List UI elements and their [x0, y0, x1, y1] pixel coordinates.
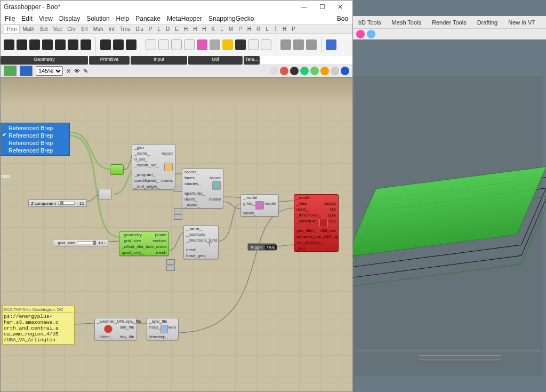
param-icon[interactable] [158, 39, 169, 50]
tab[interactable]: M [226, 25, 236, 33]
menu-help[interactable]: Help [116, 15, 130, 22]
menu-display[interactable]: Display [59, 15, 80, 22]
group-geometry[interactable]: Geometry [1, 56, 88, 65]
param-icon[interactable] [184, 39, 195, 50]
sphere-icon[interactable] [356, 30, 365, 38]
tab[interactable]: P [146, 25, 155, 33]
param-icon[interactable] [100, 39, 111, 50]
param-icon[interactable] [306, 39, 317, 50]
param-icon[interactable] [235, 39, 246, 50]
mode-icon[interactable] [341, 67, 349, 75]
param-icon[interactable] [261, 39, 271, 50]
param-icon[interactable] [81, 39, 91, 50]
save-icon[interactable] [20, 66, 33, 76]
mode-icon[interactable] [280, 67, 288, 75]
tab[interactable]: Set [37, 25, 51, 33]
rhino-tab[interactable]: Drafting [477, 19, 498, 26]
rhino-tab[interactable]: New in V7 [508, 19, 535, 26]
add-input-icon[interactable] [166, 266, 175, 271]
rhino-tab[interactable]: bD Tools [358, 19, 381, 26]
hb-sensorgrid-node[interactable]: _name_ _positions _directions_grid mesh_… [183, 225, 219, 259]
group-input[interactable]: Input [131, 56, 187, 65]
param-icon[interactable] [146, 39, 156, 50]
tab[interactable]: H [199, 25, 208, 33]
param-icon[interactable] [113, 39, 124, 50]
tab[interactable]: H [280, 25, 289, 33]
close-button[interactable]: ✕ [331, 2, 349, 12]
boolean-toggle[interactable]: Toggle True [247, 243, 276, 251]
tab[interactable]: Dis [133, 25, 146, 33]
swatch-icon[interactable] [197, 39, 207, 50]
mode-icon[interactable] [310, 67, 319, 75]
z-slider[interactable]: Z component ◦ 11 [28, 199, 87, 207]
tab[interactable]: Crv [65, 25, 78, 33]
param-icon[interactable] [248, 39, 259, 50]
preview-icon[interactable]: 👁 [74, 68, 80, 74]
tab[interactable]: Srf [78, 25, 91, 33]
tab[interactable]: T [271, 25, 280, 33]
param-icon[interactable] [29, 39, 40, 50]
group-util[interactable]: Util [188, 56, 243, 65]
tab[interactable]: Int [106, 25, 117, 33]
param-icon[interactable] [171, 39, 182, 50]
menu-file[interactable]: File [5, 15, 15, 22]
menu-solution[interactable]: Solution [86, 15, 109, 22]
tab[interactable]: H [181, 25, 190, 33]
menu-pancake[interactable]: Pancake [135, 15, 160, 22]
lb-wea-node[interactable]: _epw_file hoys_wea timestep_ [147, 318, 179, 340]
rhino-viewport[interactable] [355, 76, 543, 349]
minimize-button[interactable]: — [295, 2, 313, 12]
group-primitive[interactable]: Primitive [89, 56, 130, 65]
add-input-icon[interactable] [166, 259, 175, 265]
param-icon[interactable] [293, 39, 304, 50]
param-icon[interactable] [55, 39, 66, 50]
mode-icon[interactable] [300, 67, 309, 75]
param-icon[interactable] [17, 39, 27, 50]
tab[interactable]: L [218, 25, 226, 33]
param-icon[interactable] [42, 39, 53, 50]
hb-room-node[interactable]: _geo _name_report d_set_ _constr_set_ _p… [132, 144, 175, 190]
tab[interactable]: P [289, 25, 298, 33]
tab[interactable]: Trns [117, 25, 133, 33]
tab-params[interactable]: Prm [4, 25, 20, 33]
brep-param[interactable] [110, 164, 124, 175]
hb-annual-daylight-node[interactable]: _model _wearesults north_DA _thresholds_… [294, 194, 339, 252]
tab[interactable]: K [209, 25, 218, 33]
tab[interactable]: H [245, 25, 254, 33]
tab[interactable]: Msh [91, 25, 106, 33]
tab[interactable]: R [254, 25, 263, 33]
tab[interactable]: Vec [51, 25, 65, 33]
lb-download-epw-node[interactable]: _weather_URLepw_file stat_file _folder_d… [94, 318, 137, 340]
brep-panel[interactable]: ✔ Referenced Brep Referenced Brep Refere… [1, 123, 70, 156]
sketch-icon[interactable]: ✎ [83, 68, 88, 75]
tab[interactable]: E [172, 25, 181, 33]
grid-size-slider[interactable]: _grid_size 10 ◦ [53, 239, 108, 246]
param-icon[interactable] [280, 39, 291, 50]
swatch-icon[interactable] [210, 39, 220, 50]
mode-icon[interactable] [320, 67, 329, 75]
param-icon[interactable] [126, 39, 136, 50]
menu-metahopper[interactable]: MetaHopper [167, 15, 202, 22]
tab[interactable]: L [155, 25, 163, 33]
mode-icon[interactable] [270, 67, 278, 75]
param-icon[interactable] [222, 39, 233, 50]
menu-snappinggecko[interactable]: SnappingGecko [208, 15, 254, 22]
mode-icon[interactable] [331, 67, 339, 75]
open-icon[interactable] [4, 66, 17, 76]
tab[interactable]: D [163, 25, 172, 33]
hb-model-node[interactable]: rooms_ faces_report shades_ apertures_ d… [182, 169, 223, 209]
param-icon[interactable] [4, 39, 14, 50]
group-tele[interactable]: Tele... [244, 56, 260, 65]
vector-xyz[interactable] [98, 189, 112, 199]
hb-assign-grids-node[interactable]: _model grids_model views_ [240, 194, 279, 217]
zoom-select[interactable]: 145% [36, 66, 63, 76]
tab[interactable]: H [190, 25, 199, 33]
help-icon[interactable] [367, 30, 375, 38]
menu-view[interactable]: View [39, 15, 53, 22]
add-input-icon[interactable] [174, 187, 182, 192]
zoom-ext-icon[interactable]: ⤧ [66, 68, 71, 75]
menu-edit[interactable]: Edit [21, 15, 33, 22]
param-icon[interactable] [68, 39, 78, 50]
mode-icon[interactable] [290, 67, 299, 75]
add-input-icon[interactable] [174, 208, 182, 213]
